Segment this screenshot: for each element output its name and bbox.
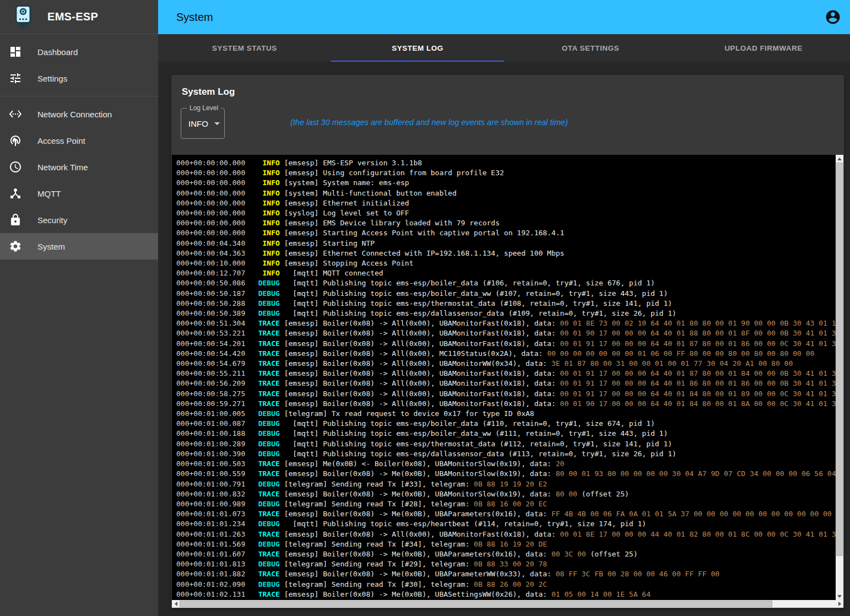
log-line: 000+00:00:10.000 INFO [emsesp] Stopping … bbox=[176, 258, 836, 268]
log-line: 000+00:01:01.813 DEBUG [telegram] Sendin… bbox=[176, 559, 836, 569]
log-line: 000+00:00:54.420 TRACE [emsesp] Boiler(0… bbox=[176, 349, 836, 359]
scroll-up-arrow-icon[interactable] bbox=[836, 155, 843, 163]
tabbar: SYSTEM STATUSSYSTEM LOGOTA SETTINGSUPLOA… bbox=[158, 34, 850, 62]
sidebar-item-label: Security bbox=[37, 215, 67, 225]
topbar: System bbox=[158, 0, 850, 34]
card-title: System Log bbox=[182, 87, 235, 98]
wifi-tethering-icon bbox=[9, 134, 22, 147]
sidebar-item-label: Settings bbox=[37, 74, 67, 83]
tab-ota-settings[interactable]: OTA SETTINGS bbox=[504, 34, 677, 62]
log-line: 000+00:01:00.989 DEBUG [telegram] Sendin… bbox=[176, 499, 836, 509]
log-line: 000+00:00:56.209 TRACE [emsesp] Boiler(0… bbox=[176, 379, 836, 388]
sidebar-item-label: Dashboard bbox=[37, 47, 78, 57]
log-line: 000+00:00:00.000 INFO [system] System na… bbox=[176, 178, 836, 188]
log-level-select[interactable]: Log Level INFO bbox=[181, 108, 225, 139]
log-line: 000+00:00:00.000 INFO [emsesp] Ethernet … bbox=[176, 198, 836, 208]
sidebar-item-access-point[interactable]: Access Point bbox=[0, 127, 158, 154]
vertical-scrollbar-thumb[interactable] bbox=[836, 163, 843, 556]
log-line: 000+00:00:00.000 INFO [emsesp] Starting … bbox=[176, 228, 836, 238]
log-line: 000+00:00:12.707 INFO [mqtt] MQTT connec… bbox=[176, 268, 836, 278]
log-line: 000+00:00:50.187 DEBUG [mqtt] Publishing… bbox=[176, 289, 836, 299]
log-line: 000+00:00:00.000 INFO [emsesp] Using con… bbox=[176, 168, 836, 178]
sidebar-item-label: Network Connection bbox=[37, 110, 112, 119]
log-line: 000+00:01:01.882 TRACE [emsesp] Boiler(0… bbox=[176, 569, 836, 579]
clock-icon bbox=[9, 160, 22, 174]
gear-icon bbox=[9, 240, 22, 253]
log-line: 000+00:00:54.201 TRACE [emsesp] Boiler(0… bbox=[176, 339, 836, 349]
log-level-value: INFO bbox=[188, 119, 208, 128]
log-line: 000+00:00:51.304 TRACE [emsesp] Boiler(0… bbox=[176, 318, 836, 328]
log-line: 000+00:00:53.221 TRACE [emsesp] Boiler(0… bbox=[176, 328, 836, 338]
sidebar-item-label: Network Time bbox=[37, 163, 88, 172]
log-line: 000+00:00:00.000 INFO [emsesp] EMS Devic… bbox=[176, 218, 836, 228]
sidebar-divider bbox=[0, 96, 158, 96]
log-line: 000+00:01:00.559 TRACE [emsesp] Boiler(0… bbox=[176, 469, 836, 479]
log-line: 000+00:01:00.832 TRACE [emsesp] Boiler(0… bbox=[176, 489, 836, 499]
tune-icon bbox=[9, 72, 22, 85]
sidebar-item-mqtt[interactable]: MQTT bbox=[0, 180, 158, 207]
sidebar-item-settings[interactable]: Settings bbox=[0, 65, 158, 91]
sidebar-item-network-connection[interactable]: Network Connection bbox=[0, 101, 158, 127]
log-line: 000+00:00:55.211 TRACE [emsesp] Boiler(0… bbox=[176, 369, 836, 379]
sidebar-item-dashboard[interactable]: Dashboard bbox=[0, 39, 158, 65]
emsesp-logo-icon bbox=[12, 4, 34, 30]
log-line: 000+00:01:00.390 DEBUG [mqtt] Publishing… bbox=[176, 449, 836, 459]
sidebar-menu: DashboardSettingsNetwork ConnectionAcces… bbox=[0, 34, 158, 260]
log-line: 000+00:00:04.363 INFO [emsesp] Ethernet … bbox=[176, 248, 836, 258]
scroll-down-arrow-icon[interactable] bbox=[836, 592, 843, 600]
vertical-scrollbar[interactable] bbox=[836, 155, 843, 600]
log-line: 000+00:01:01.607 TRACE [emsesp] Boiler(0… bbox=[176, 549, 836, 559]
buffer-note: (the last 30 messages are buffered and n… bbox=[290, 118, 568, 127]
horizontal-scrollbar[interactable] bbox=[172, 600, 843, 608]
ethernet-icon bbox=[9, 107, 22, 121]
scroll-left-arrow-icon[interactable] bbox=[172, 600, 180, 608]
sidebar-item-label: System bbox=[37, 242, 65, 251]
page-title: System bbox=[176, 11, 213, 24]
sidebar: EMS-ESP DashboardSettingsNetwork Connect… bbox=[0, 0, 158, 616]
log-line: 000+00:00:58.275 TRACE [emsesp] Boiler(0… bbox=[176, 389, 836, 399]
log-line: 000+00:00:50.389 DEBUG [mqtt] Publishing… bbox=[176, 309, 836, 318]
sidebar-item-label: Access Point bbox=[37, 136, 85, 145]
log-line: 000+00:01:00.503 TRACE [emsesp] Me(0x0B)… bbox=[176, 459, 836, 469]
log-line: 000+00:00:00.000 INFO [syslog] Log level… bbox=[176, 208, 836, 218]
log-line: 000+00:01:01.234 DEBUG [mqtt] Publishing… bbox=[176, 519, 836, 529]
log-line: 000+00:01:00.289 DEBUG [mqtt] Publishing… bbox=[176, 439, 836, 449]
log-line: 000+00:00:50.288 DEBUG [mqtt] Publishing… bbox=[176, 299, 836, 309]
log-line: 000+00:01:00.087 DEBUG [mqtt] Publishing… bbox=[176, 419, 836, 429]
sidebar-header: EMS-ESP bbox=[0, 0, 158, 34]
log-line: 000+00:00:04.340 INFO [emsesp] Starting … bbox=[176, 239, 836, 248]
tab-system-status[interactable]: SYSTEM STATUS bbox=[158, 34, 331, 62]
log-line: 000+00:01:00.188 DEBUG [mqtt] Publishing… bbox=[176, 429, 836, 439]
log-line: 000+00:01:02.090 DEBUG [telegram] Sendin… bbox=[176, 580, 836, 590]
log-line: 000+00:01:00.791 DEBUG [telegram] Sendin… bbox=[176, 479, 836, 489]
sidebar-item-network-time[interactable]: Network Time bbox=[0, 154, 158, 180]
sidebar-item-label: MQTT bbox=[37, 189, 61, 198]
system-log-card: System Log Log Level INFO (the last 30 m… bbox=[171, 75, 844, 608]
log-line: 000+00:00:00.000 INFO [system] Multi-fun… bbox=[176, 188, 836, 198]
log-line: 000+00:00:50.086 DEBUG [mqtt] Publishing… bbox=[176, 278, 836, 288]
dashboard-icon bbox=[9, 45, 22, 58]
log-line: 000+00:01:01.569 DEBUG [telegram] Sendin… bbox=[176, 539, 836, 549]
account-circle-icon[interactable] bbox=[825, 9, 841, 25]
sidebar-item-security[interactable]: Security bbox=[0, 207, 158, 233]
tab-system-log[interactable]: SYSTEM LOG bbox=[331, 34, 504, 62]
log-console: 000+00:00:00.000 INFO [emsesp] EMS-ESP v… bbox=[172, 155, 843, 608]
sidebar-item-system[interactable]: System bbox=[0, 233, 158, 260]
app-title: EMS-ESP bbox=[47, 10, 98, 23]
log-line: 000+00:00:54.679 TRACE [emsesp] Boiler(0… bbox=[176, 359, 836, 369]
horizontal-scrollbar-thumb[interactable] bbox=[180, 601, 772, 607]
log-text: 000+00:00:00.000 INFO [emsesp] EMS-ESP v… bbox=[172, 155, 836, 600]
log-line: 000+00:00:00.000 INFO [emsesp] EMS-ESP v… bbox=[176, 158, 836, 168]
lock-icon bbox=[9, 213, 22, 226]
log-line: 000+00:00:59.271 TRACE [emsesp] Boiler(0… bbox=[176, 399, 836, 409]
log-line: 000+00:01:01.073 TRACE [emsesp] Boiler(0… bbox=[176, 509, 836, 519]
chevron-down-icon bbox=[214, 122, 220, 125]
device-hub-icon bbox=[9, 187, 22, 200]
scroll-right-arrow-icon[interactable] bbox=[836, 600, 843, 608]
log-line: 000+00:01:02.131 TRACE [emsesp] Boiler(0… bbox=[176, 590, 836, 599]
log-line: 000+00:01:00.005 DEBUG [telegram] Tx rea… bbox=[176, 409, 836, 419]
tab-upload-firmware[interactable]: UPLOAD FIRMWARE bbox=[677, 34, 850, 62]
log-line: 000+00:01:01.263 TRACE [emsesp] Boiler(0… bbox=[176, 529, 836, 539]
